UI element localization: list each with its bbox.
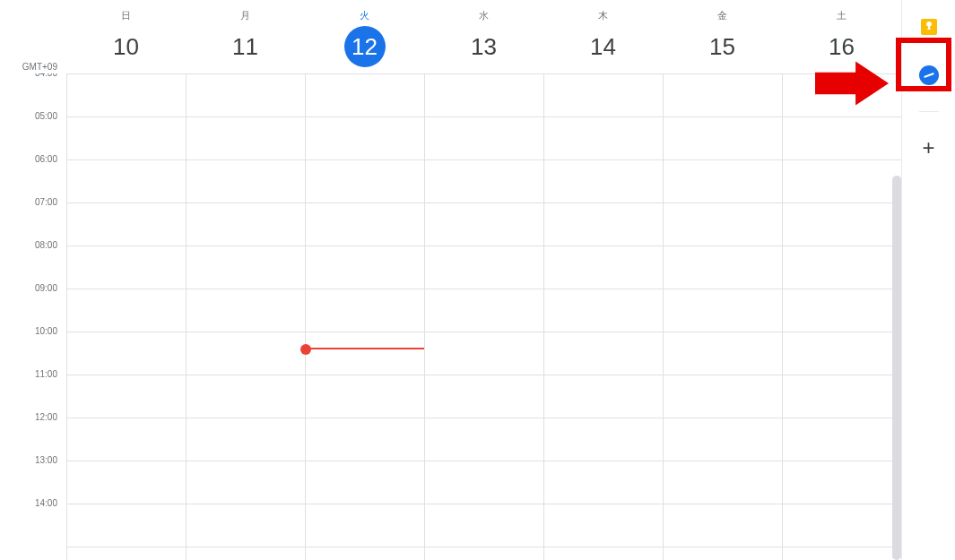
keep-button[interactable] xyxy=(911,9,947,45)
hour-cell[interactable] xyxy=(187,418,305,461)
hour-cell[interactable] xyxy=(544,504,663,547)
hour-cell[interactable] xyxy=(664,504,782,547)
hour-cell[interactable] xyxy=(783,203,901,246)
hour-cell[interactable] xyxy=(306,160,424,203)
hour-cell[interactable] xyxy=(544,289,663,332)
day-header[interactable]: 金15 xyxy=(663,0,782,73)
hour-cell[interactable] xyxy=(67,117,186,160)
hour-cell[interactable] xyxy=(67,504,186,547)
tasks-button[interactable] xyxy=(911,57,947,93)
hour-cell[interactable] xyxy=(425,203,543,246)
day-header[interactable]: 火12 xyxy=(305,0,424,73)
day-header[interactable]: 水13 xyxy=(424,0,543,73)
hour-cell[interactable] xyxy=(67,160,186,203)
hour-cell[interactable] xyxy=(783,160,901,203)
hour-cell[interactable] xyxy=(425,504,543,547)
hour-cell[interactable] xyxy=(187,74,305,117)
day-header[interactable]: 土16 xyxy=(782,0,901,73)
day-column[interactable] xyxy=(782,74,901,560)
date-number[interactable]: 15 xyxy=(702,26,743,67)
date-number[interactable]: 11 xyxy=(225,26,266,67)
hour-cell[interactable] xyxy=(544,203,663,246)
hour-cell[interactable] xyxy=(306,246,424,289)
hour-cell[interactable] xyxy=(664,203,782,246)
hour-cell[interactable] xyxy=(67,246,186,289)
hour-cell[interactable] xyxy=(67,375,186,418)
hour-cell[interactable] xyxy=(425,74,543,117)
hour-cell[interactable] xyxy=(783,74,901,117)
day-column[interactable] xyxy=(66,74,186,560)
hour-cell[interactable] xyxy=(425,418,543,461)
hour-cell[interactable] xyxy=(544,74,663,117)
hour-cell[interactable] xyxy=(306,332,424,375)
hour-cell[interactable] xyxy=(664,461,782,504)
hour-cell[interactable] xyxy=(306,461,424,504)
hour-cell[interactable] xyxy=(306,504,424,547)
hour-cell[interactable] xyxy=(664,289,782,332)
hour-cell[interactable] xyxy=(544,461,663,504)
day-column[interactable] xyxy=(663,74,782,560)
hour-cell[interactable] xyxy=(306,203,424,246)
hour-cell[interactable] xyxy=(664,246,782,289)
hour-cell[interactable] xyxy=(187,203,305,246)
hour-cell[interactable] xyxy=(783,332,901,375)
hour-cell[interactable] xyxy=(67,203,186,246)
hour-cell[interactable] xyxy=(187,246,305,289)
hour-cell[interactable] xyxy=(783,461,901,504)
hour-cell[interactable] xyxy=(306,74,424,117)
hour-cell[interactable] xyxy=(425,246,543,289)
hour-cell[interactable] xyxy=(664,117,782,160)
hour-cell[interactable] xyxy=(664,375,782,418)
hour-cell[interactable] xyxy=(187,117,305,160)
hour-cell[interactable] xyxy=(187,160,305,203)
hour-cell[interactable] xyxy=(425,160,543,203)
date-number[interactable]: 14 xyxy=(583,26,624,67)
hour-cell[interactable] xyxy=(306,289,424,332)
hour-cell[interactable] xyxy=(783,418,901,461)
day-column[interactable] xyxy=(543,74,663,560)
hour-cell[interactable] xyxy=(664,74,782,117)
day-column[interactable] xyxy=(305,74,424,560)
hour-cell[interactable] xyxy=(306,375,424,418)
date-number[interactable]: 16 xyxy=(821,26,863,67)
hour-cell[interactable] xyxy=(67,289,186,332)
hour-cell[interactable] xyxy=(544,418,663,461)
date-number[interactable]: 13 xyxy=(464,26,505,67)
hour-cell[interactable] xyxy=(67,418,186,461)
date-number[interactable]: 12 xyxy=(344,26,386,67)
hour-cell[interactable] xyxy=(187,289,305,332)
day-column[interactable] xyxy=(424,74,543,560)
hour-cell[interactable] xyxy=(425,461,543,504)
hour-cell[interactable] xyxy=(783,504,901,547)
hour-cell[interactable] xyxy=(187,461,305,504)
hour-cell[interactable] xyxy=(664,332,782,375)
get-addons-button[interactable]: + xyxy=(911,130,947,166)
hour-cell[interactable] xyxy=(67,74,186,117)
day-header[interactable]: 日10 xyxy=(66,0,186,73)
hour-cell[interactable] xyxy=(783,246,901,289)
hour-cell[interactable] xyxy=(187,332,305,375)
scrollbar[interactable] xyxy=(892,176,901,560)
hour-cell[interactable] xyxy=(306,117,424,160)
hour-cell[interactable] xyxy=(544,117,663,160)
day-header[interactable]: 月11 xyxy=(186,0,305,73)
hour-cell[interactable] xyxy=(783,375,901,418)
hour-cell[interactable] xyxy=(783,289,901,332)
week-grid[interactable] xyxy=(66,73,901,560)
time-grid[interactable]: 04:0005:0006:0007:0008:0009:0010:0011:00… xyxy=(0,73,901,560)
hour-cell[interactable] xyxy=(425,332,543,375)
hour-cell[interactable] xyxy=(783,117,901,160)
day-column[interactable] xyxy=(186,74,305,560)
hour-cell[interactable] xyxy=(425,289,543,332)
hour-cell[interactable] xyxy=(67,461,186,504)
hour-cell[interactable] xyxy=(664,160,782,203)
scrollbar-thumb[interactable] xyxy=(892,176,901,560)
hour-cell[interactable] xyxy=(425,117,543,160)
hour-cell[interactable] xyxy=(544,160,663,203)
day-header[interactable]: 木14 xyxy=(543,0,663,73)
hour-cell[interactable] xyxy=(544,246,663,289)
hour-cell[interactable] xyxy=(544,375,663,418)
hour-cell[interactable] xyxy=(187,504,305,547)
hour-cell[interactable] xyxy=(306,418,424,461)
hour-cell[interactable] xyxy=(544,332,663,375)
